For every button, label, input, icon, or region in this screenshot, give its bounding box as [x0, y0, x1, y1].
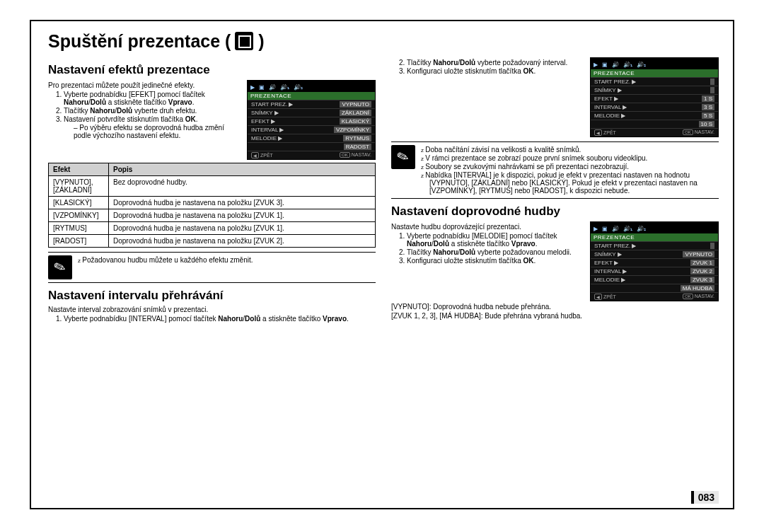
note-text: Soubory se zvukovými nahrávkami se při p…	[421, 163, 719, 170]
lcd-screenshot-interval: ▶▣🔊🔊₁🔊₂PREZENTACESTART PREZ. ▶SNÍMKY ▶EF…	[590, 57, 719, 137]
note-text: V rámci prezentace se zobrazí pouze prvn…	[421, 154, 719, 162]
lcd-screenshot-music: ▶▣🔊🔊₁🔊₂PREZENTACESTART PREZ. ▶SNÍMKY ▶VY…	[590, 221, 719, 301]
intro-text: Pro prezentaci můžete použít jedinečné e…	[48, 81, 240, 89]
steps-interval: Vyberte podnabídku [INTERVAL] pomocí tla…	[48, 315, 376, 323]
note-icon	[48, 255, 72, 279]
music-on-line: [ZVUK 1, 2, 3], [MÁ HUDBA]: Bude přehrán…	[391, 312, 719, 320]
section-heading-interval: Nastavení intervalu přehrávání	[48, 289, 376, 303]
effects-table: Efekt Popis [VYPNUTO], [ZÁKLADNÍ]Bez dop…	[48, 163, 376, 248]
section-heading-music: Nastavení doprovodné hudby	[391, 204, 719, 219]
note-text: Doba načítání závisí na velikosti a kval…	[421, 146, 719, 154]
left-column: Nastavení efektů prezentace Pro prezenta…	[48, 57, 376, 327]
table-row: [RYTMUS]	[49, 222, 109, 235]
manual-page: Spuštění prezentace ( ) Nastavení efektů…	[30, 20, 734, 509]
th-desc: Popis	[109, 163, 376, 176]
page-number: 083	[691, 491, 719, 504]
note-text: Požadovanou hudbu můžete u každého efekt…	[78, 256, 253, 264]
music-off-line: [VYPNUTO]: Doprovodná hudba nebude přehr…	[391, 303, 719, 311]
slideshow-icon	[235, 32, 253, 50]
section-heading-effects: Nastavení efektů prezentace	[48, 63, 376, 77]
table-row: [RADOST]	[49, 235, 109, 248]
right-column: Tlačítky Nahoru/Dolů vyberte požadovaný …	[391, 57, 719, 327]
intro-text: Nastavte interval zobrazování snímků v p…	[48, 306, 376, 313]
table-row: [VYPNUTO], [ZÁKLADNÍ]	[49, 176, 109, 197]
note-text: Nabídka [INTERVAL] je k dispozici, pokud…	[421, 171, 719, 195]
steps-effects: Vyberte podnabídku [EFEKT] pomocí tlačít…	[48, 91, 240, 139]
steps-music: Vyberte podnabídku [MELODIE] pomocí tlač…	[391, 232, 583, 265]
steps-interval-cont: Tlačítky Nahoru/Dolů vyberte požadovaný …	[391, 59, 583, 75]
table-row: [VZPOMÍNKY]	[49, 209, 109, 222]
th-effect: Efekt	[49, 163, 109, 176]
table-row: [KLASICKÝ]	[49, 197, 109, 209]
note-block: Doba načítání závisí na velikosti a kval…	[391, 141, 719, 199]
note-block: Požadovanou hudbu můžete u každého efekt…	[48, 252, 376, 283]
substep: Po výběru efektu se doprovodná hudba změ…	[74, 124, 240, 139]
page-title: Spuštění prezentace ( )	[48, 31, 719, 52]
note-icon	[391, 145, 415, 169]
intro-text: Nastavte hudbu doprovázející prezentaci.	[391, 223, 583, 231]
lcd-screenshot-effects: ▶▣🔊🔊₁🔊₂PREZENTACESTART PREZ. ▶VYPNUTOSNÍ…	[247, 80, 376, 160]
